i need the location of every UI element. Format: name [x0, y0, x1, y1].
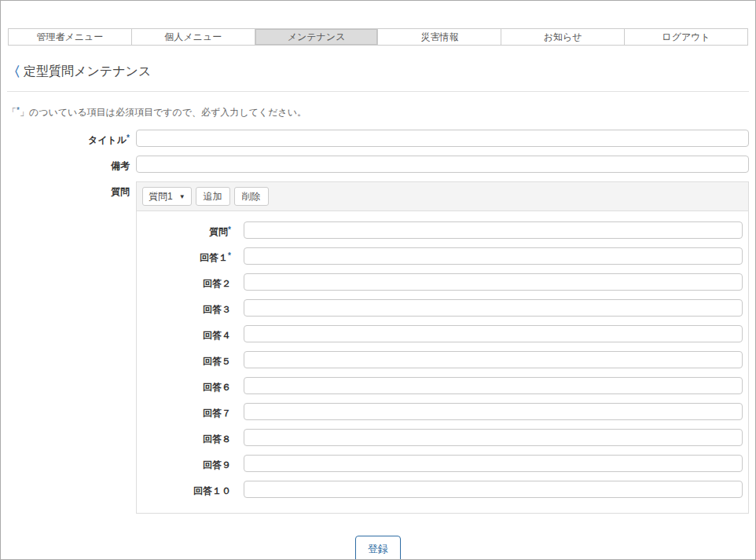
page-title-text: 定型質問メンテナンス: [24, 64, 151, 80]
question-label: 質問*: [137, 221, 244, 239]
answer-10-label: 回答１０: [137, 481, 244, 498]
answer-7-input[interactable]: [244, 403, 743, 420]
required-note: 「*」のついている項目は必須項目ですので、必ず入力してください。: [7, 106, 749, 119]
form-row: 回答７: [137, 403, 743, 420]
form-row: 回答９: [137, 455, 743, 472]
nav-tab-disaster-info[interactable]: 災害情報: [377, 29, 501, 45]
nav-tab-logout[interactable]: ログアウト: [624, 29, 747, 45]
required-mark: *: [127, 134, 130, 142]
title-divider: [7, 91, 749, 92]
form-row: 回答６: [137, 377, 743, 394]
answer-8-label: 回答８: [137, 429, 244, 446]
question-panel-body: 質問* 回答１*: [137, 211, 748, 513]
question-label-text: 質問: [209, 226, 228, 237]
answer-6-label: 回答６: [137, 377, 244, 394]
answer-1-input[interactable]: [244, 247, 743, 265]
answer-2-field-wrap: [244, 273, 743, 291]
answer-10-field-wrap: [244, 481, 743, 498]
remarks-input[interactable]: [136, 156, 749, 173]
title-label-text: タイトル: [88, 134, 127, 145]
remarks-field-wrap: [136, 156, 749, 173]
answer-9-label: 回答９: [137, 455, 244, 472]
title-input[interactable]: [136, 130, 749, 147]
question-select[interactable]: 質問1 ▼: [142, 187, 192, 206]
question-maintenance-form: タイトル* 備考 質問 質問1: [7, 130, 749, 560]
title-field-wrap: [136, 130, 749, 147]
nav-tab-admin-menu[interactable]: 管理者メニュー: [9, 29, 131, 45]
question-section-label: 質問: [7, 181, 136, 514]
form-row: 回答５: [137, 351, 743, 368]
back-chevron-icon[interactable]: 〈: [7, 65, 20, 79]
form-row: 備考: [7, 156, 749, 173]
answer-2-label: 回答２: [137, 273, 244, 291]
answer-3-field-wrap: [244, 299, 743, 317]
nav-tab-maintenance[interactable]: メンテナンス: [255, 29, 378, 45]
main-content: 〈 定型質問メンテナンス 「*」のついている項目は必須項目ですので、必ず入力して…: [1, 64, 755, 560]
main-nav: 管理者メニュー 個人メニュー メンテナンス 災害情報 お知らせ ログアウト: [8, 28, 748, 46]
chevron-down-icon: ▼: [179, 193, 185, 200]
answer-9-input[interactable]: [244, 455, 743, 472]
answer-1-field-wrap: [244, 247, 743, 265]
answer-7-label: 回答７: [137, 403, 244, 420]
form-row: 回答１*: [137, 247, 743, 265]
question-select-value: 質問1: [149, 190, 173, 203]
answer-6-field-wrap: [244, 377, 743, 394]
question-field-wrap: [244, 221, 743, 239]
app-window: 管理者メニュー 個人メニュー メンテナンス 災害情報 お知らせ ログアウト 〈 …: [0, 0, 756, 560]
answer-4-field-wrap: [244, 325, 743, 342]
form-row: 質問 質問1 ▼ 追加 削除 質: [7, 181, 749, 514]
question-panel-wrap: 質問1 ▼ 追加 削除 質問*: [136, 181, 749, 514]
answer-5-field-wrap: [244, 351, 743, 368]
answer-6-input[interactable]: [244, 377, 743, 394]
answer-8-field-wrap: [244, 429, 743, 446]
answer-9-field-wrap: [244, 455, 743, 472]
title-label: タイトル*: [7, 130, 136, 147]
register-button[interactable]: 登録: [355, 536, 401, 560]
answer-4-label: 回答４: [137, 325, 244, 342]
question-input[interactable]: [244, 221, 743, 239]
answer-5-label: 回答５: [137, 351, 244, 368]
question-panel: 質問1 ▼ 追加 削除 質問*: [136, 181, 749, 514]
form-row: タイトル*: [7, 130, 749, 147]
nav-tab-notices[interactable]: お知らせ: [501, 29, 624, 45]
answer-2-input[interactable]: [244, 273, 743, 291]
form-row: 回答３: [137, 299, 743, 317]
answer-3-input[interactable]: [244, 299, 743, 317]
answer-8-input[interactable]: [244, 429, 743, 446]
remarks-label: 備考: [7, 156, 136, 173]
submit-row: 登録: [7, 536, 749, 560]
form-row: 回答４: [137, 325, 743, 342]
required-note-suffix: 」のついている項目は必須項目ですので、必ず入力してください。: [20, 107, 306, 118]
required-note-prefix: 「: [7, 107, 17, 118]
answer-7-field-wrap: [244, 403, 743, 420]
answer-1-label: 回答１*: [137, 247, 244, 265]
required-mark: *: [228, 225, 231, 234]
nav-tab-personal-menu[interactable]: 個人メニュー: [131, 29, 255, 45]
top-spacer: [1, 1, 755, 28]
answer-4-input[interactable]: [244, 325, 743, 342]
form-row: 回答１０: [137, 481, 743, 498]
form-row: 回答２: [137, 273, 743, 291]
question-panel-toolbar: 質問1 ▼ 追加 削除: [137, 182, 748, 211]
delete-question-button[interactable]: 削除: [234, 187, 269, 206]
page-title: 〈 定型質問メンテナンス: [7, 64, 749, 80]
form-row: 回答８: [137, 429, 743, 446]
add-question-button[interactable]: 追加: [196, 187, 230, 206]
answer-5-input[interactable]: [244, 351, 743, 368]
answer-10-input[interactable]: [244, 481, 743, 498]
required-mark: *: [228, 251, 231, 260]
answer-1-label-text: 回答１: [200, 252, 228, 263]
answer-3-label: 回答３: [137, 299, 244, 317]
form-row: 質問*: [137, 221, 743, 239]
